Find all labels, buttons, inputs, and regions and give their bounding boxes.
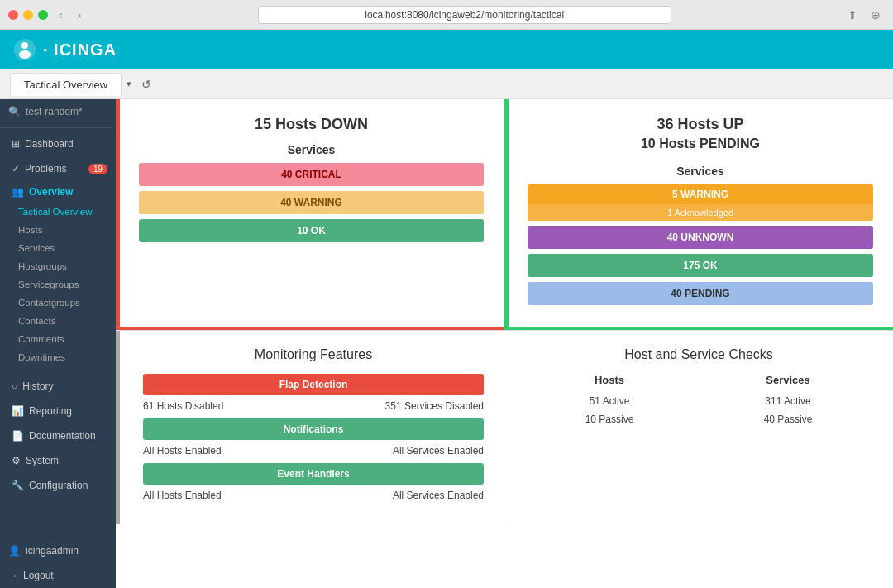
sidebar-item-problems[interactable]: ✓ Problems 19	[0, 156, 116, 181]
flap-detection-row: 61 Hosts Disabled 351 Services Disabled	[143, 397, 484, 418]
sidebar-item-overview[interactable]: 👥 Overview	[0, 181, 116, 203]
tab-refresh-icon[interactable]: ↺	[136, 74, 156, 94]
icinga-logo-icon	[13, 38, 36, 61]
flap-services-disabled: 351 Services Disabled	[385, 400, 484, 412]
event-hosts-enabled: All Hosts Enabled	[143, 490, 222, 501]
warning-top-bar[interactable]: 5 WARNING	[528, 184, 873, 204]
sidebar-logout[interactable]: → Logout	[0, 563, 116, 588]
pending-bar[interactable]: 40 PENDING	[528, 282, 873, 305]
forward-button[interactable]: ›	[74, 7, 86, 23]
sidebar-item-tactical-overview[interactable]: Tactical Overview	[0, 203, 116, 221]
checks-services-col: Services 311 Active 40 Passive	[703, 374, 873, 428]
hosts-pending-subtitle[interactable]: 10 Hosts PENDING	[528, 136, 873, 151]
system-label: System	[26, 455, 59, 466]
sidebar-search[interactable]: 🔍 test-random*	[0, 99, 116, 124]
logout-icon: →	[8, 570, 18, 581]
event-services-enabled: All Services Enabled	[393, 490, 484, 501]
new-tab-button[interactable]: ⊕	[867, 7, 885, 23]
hosts-label: Hosts	[18, 225, 42, 235]
services-label: Services	[18, 243, 55, 253]
documentation-label: Documentation	[29, 430, 96, 442]
dashboard-icon: ⊞	[12, 138, 20, 150]
history-label: History	[22, 380, 53, 392]
left-stripe	[116, 99, 120, 327]
main-area: 🔍 test-random* ⊞ Dashboard ✓ Problems 19…	[0, 99, 893, 588]
sidebar-item-hosts[interactable]: Hosts	[0, 221, 116, 239]
address-bar[interactable]: localhost:8080/icingaweb2/monitoring/tac…	[258, 6, 671, 24]
flap-detection-bar[interactable]: Flap Detection	[143, 374, 484, 395]
sidebar-divider-2	[0, 370, 116, 370]
sidebar-user[interactable]: 👤 icingaadmin	[0, 538, 116, 563]
contactgroups-label: Contactgroups	[18, 298, 80, 308]
services-active: 311 Active	[703, 393, 873, 411]
documentation-icon: 📄	[12, 430, 24, 442]
unknown-bar[interactable]: 40 UNKNOWN	[528, 226, 873, 249]
tab-chevron-icon[interactable]: ▾	[122, 75, 136, 93]
checks-columns: Hosts 51 Active 10 Passive Services 311 …	[524, 374, 873, 428]
maximize-button[interactable]	[38, 10, 48, 20]
warning-ack-container[interactable]: 5 WARNING 1 Acknowledged	[528, 184, 873, 226]
sidebar-problems-label: Problems	[25, 163, 67, 174]
notif-services-enabled: All Services Enabled	[393, 445, 484, 457]
logo: · ICINGA	[13, 38, 117, 61]
hosts-up-panel: 36 Hosts UP 10 Hosts PENDING Services 5 …	[504, 99, 893, 330]
comments-label: Comments	[18, 334, 64, 344]
sidebar-item-hostgroups[interactable]: Hostgroups	[0, 257, 116, 275]
notifications-bar[interactable]: Notifications	[143, 418, 484, 440]
event-handlers-bar[interactable]: Event Handlers	[143, 463, 484, 485]
search-label: test-random*	[26, 106, 83, 117]
left-services-label: Services	[139, 143, 484, 156]
monitoring-features-panel: Monitoring Features Flap Detection 61 Ho…	[116, 331, 504, 524]
user-icon: 👤	[8, 545, 21, 557]
reporting-icon: 📊	[12, 405, 24, 417]
content: 15 Hosts DOWN Services 40 CRITICAL 40 WA…	[116, 99, 893, 588]
sidebar-item-reporting[interactable]: 📊 Reporting	[0, 399, 116, 423]
hosts-header: Hosts	[524, 374, 695, 386]
problems-icon: ✓	[12, 163, 20, 174]
browser-toolbar: ⬆ ⊕	[843, 7, 885, 23]
sidebar-item-dashboard[interactable]: ⊞ Dashboard	[0, 131, 116, 156]
minimize-button[interactable]	[23, 10, 33, 20]
tactical-overview-label: Tactical Overview	[18, 207, 92, 217]
sidebar-item-services[interactable]: Services	[0, 239, 116, 257]
browser-chrome: ‹ › localhost:8080/icingaweb2/monitoring…	[0, 0, 893, 30]
flap-hosts-disabled: 61 Hosts Disabled	[143, 400, 223, 412]
tactical-overview-tab[interactable]: Tactical Overview	[10, 73, 122, 96]
close-button[interactable]	[8, 10, 18, 20]
notifications-row: All Hosts Enabled All Services Enabled	[143, 442, 484, 463]
hosts-up-title[interactable]: 36 Hosts UP	[528, 116, 873, 133]
sidebar-item-servicegroups[interactable]: Servicegroups	[0, 275, 116, 294]
event-handlers-row: All Hosts Enabled All Services Enabled	[143, 486, 484, 508]
critical-bar[interactable]: 40 CRITICAL	[139, 163, 484, 186]
tac-bottom-grid: Monitoring Features Flap Detection 61 Ho…	[116, 331, 893, 524]
sidebar-item-configuration[interactable]: 🔧 Configuration	[0, 473, 116, 498]
right-stripe	[504, 99, 509, 327]
downtimes-label: Downtimes	[18, 352, 65, 362]
hostgroups-label: Hostgroups	[18, 261, 67, 271]
sidebar-item-downtimes[interactable]: Downtimes	[0, 348, 116, 366]
configuration-label: Configuration	[29, 480, 88, 491]
ok-large-bar[interactable]: 175 OK	[528, 254, 873, 277]
sidebar-item-history[interactable]: ○ History	[0, 374, 116, 399]
notif-hosts-enabled: All Hosts Enabled	[143, 445, 222, 457]
sidebar-item-contacts[interactable]: Contacts	[0, 312, 116, 330]
tab-label: Tactical Overview	[24, 79, 107, 91]
topbar: · ICINGA	[0, 30, 893, 69]
warning-ack-bar[interactable]: 1 Acknowledged	[528, 204, 873, 221]
ok-bar[interactable]: 10 OK	[139, 219, 484, 242]
checks-panel: Host and Service Checks Hosts 51 Active …	[504, 331, 893, 524]
sidebar-item-contactgroups[interactable]: Contactgroups	[0, 294, 116, 312]
share-button[interactable]: ⬆	[843, 7, 862, 23]
sidebar-item-documentation[interactable]: 📄 Documentation	[0, 423, 116, 448]
username: icingaadmin	[26, 545, 79, 557]
sidebar-item-comments[interactable]: Comments	[0, 330, 116, 348]
sidebar-item-system[interactable]: ⚙ System	[0, 448, 116, 473]
monitoring-features-title: Monitoring Features	[143, 347, 484, 362]
hosts-down-title[interactable]: 15 Hosts DOWN	[139, 116, 484, 133]
logout-label: Logout	[23, 570, 54, 581]
sidebar: 🔍 test-random* ⊞ Dashboard ✓ Problems 19…	[0, 99, 116, 588]
sidebar-overview-label: Overview	[29, 186, 73, 198]
services-passive: 40 Passive	[703, 411, 873, 429]
back-button[interactable]: ‹	[55, 7, 67, 23]
warning-bar[interactable]: 40 WARNING	[139, 191, 484, 214]
